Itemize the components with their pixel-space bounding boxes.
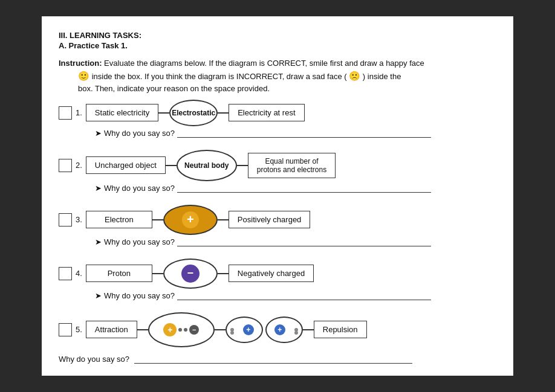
task1-oval: Electrostatic (169, 100, 218, 126)
connector (137, 329, 148, 330)
task2-oval: Neutral body (177, 150, 237, 181)
task4-oval: − (163, 259, 218, 289)
task1-box1: Static electricity (86, 104, 158, 121)
arrow-3: ➤ (95, 237, 102, 246)
task1-oval-label: Electrostatic (172, 109, 215, 117)
task5-box1: Attraction (86, 321, 137, 338)
diagram-1: Static electricity Electrostatic Electri… (86, 100, 496, 126)
task5-minus-icon: − (189, 325, 199, 335)
task3-plus-icon: + (182, 211, 199, 228)
task5-rep-oval-left: + (226, 316, 263, 343)
connector (303, 329, 314, 330)
instruction-text2: inside the box. If you think the diagram… (92, 72, 347, 81)
connector (218, 219, 229, 220)
task5-plus-icon: + (163, 323, 177, 336)
rep-plus-left: + (243, 324, 254, 335)
section-title-line2: A. Practice Task 1. (59, 41, 496, 50)
why-row-2: ➤ Why do you say so? (95, 184, 496, 193)
why-label-5: Why do you say so? (59, 355, 129, 364)
arrow-4: ➤ (95, 291, 102, 300)
why-row-1: ➤ Why do you say so? (95, 129, 496, 138)
task5-dot2 (184, 328, 187, 332)
task-number-2: 2. (76, 161, 82, 170)
connector (218, 273, 229, 274)
why-row-4: ➤ Why do you say so? (95, 291, 496, 300)
task-row-3: 3. Electron + Positively charged (59, 205, 496, 235)
task5-attraction-oval: + − (148, 312, 215, 347)
task5-dot1 (178, 328, 182, 332)
checkbox-3[interactable] (59, 213, 72, 227)
task5-rep-oval-right: + (265, 316, 303, 343)
why-row-3: ➤ Why do you say so? (95, 237, 496, 246)
task-number-3: 3. (76, 215, 82, 224)
task2-box1: Uncharged object (86, 156, 166, 174)
task2-oval-label: Neutral body (184, 161, 229, 170)
task1-box2: Electricity at rest (229, 104, 304, 121)
diagram-3: Electron + Positively charged (86, 205, 496, 235)
task-number-5: 5. (76, 325, 82, 334)
task-number-4: 4. (76, 269, 82, 278)
task3-oval: + (163, 205, 218, 235)
diagram-2: Uncharged object Neutral body Equal numb… (86, 150, 496, 181)
main-page: III. LEARNING TASKS: A. Practice Task 1.… (42, 16, 513, 376)
instruction-text1: Evaluate the diagrams below. If the diag… (102, 59, 424, 68)
why-line-1 (177, 137, 431, 138)
connector (158, 112, 169, 114)
why-label-2: Why do you say so? (104, 184, 175, 193)
task4-box2: Negatively charged (229, 265, 314, 282)
diagram-4: Proton − Negatively charged (86, 259, 496, 289)
connector (237, 165, 248, 166)
checkbox-4[interactable] (59, 267, 72, 280)
why-line-3 (177, 246, 431, 246)
why-row-5: Why do you say so? (59, 355, 496, 364)
why-line-2 (177, 192, 431, 193)
instruction-block: Instruction: Evaluate the diagrams below… (59, 57, 496, 95)
instruction-text4: box. Then, indicate your reason on the s… (59, 83, 496, 95)
why-label-3: Why do you say so? (104, 237, 175, 246)
checkbox-1[interactable] (59, 106, 72, 120)
instruction-text3: ) inside the (363, 72, 401, 81)
task-row-4: 4. Proton − Negatively charged (59, 259, 496, 289)
task-row-2: 2. Uncharged object Neutral body Equal n… (59, 150, 496, 181)
rep-plus-right: + (274, 324, 285, 335)
why-line-4 (177, 300, 431, 300)
task-row-1: 1. Static electricity Electrostatic Elec… (59, 100, 496, 126)
task5-repulsion-group: + + (226, 316, 303, 343)
arrow-2: ➤ (95, 184, 102, 193)
task3-box2: Positively charged (229, 211, 311, 228)
rep-dot-b (230, 331, 234, 335)
connector (152, 273, 163, 274)
instruction-label: Instruction: (59, 59, 102, 68)
section-title-line1: III. LEARNING TASKS: (59, 31, 496, 40)
diagram-5: Attraction + − + + (86, 312, 496, 347)
task5-box2: Repulsion (314, 321, 367, 338)
connector (152, 219, 163, 220)
task3-box1: Electron (86, 211, 152, 228)
connector (215, 329, 226, 330)
task2-box2: Equal number ofprotons and electrons (248, 153, 336, 178)
task-number-1: 1. (76, 108, 82, 117)
connector (218, 112, 229, 114)
arrow-1: ➤ (95, 129, 102, 138)
why-line-5 (134, 363, 412, 364)
why-label-4: Why do you say so? (104, 291, 175, 300)
task4-box1: Proton (86, 265, 152, 282)
why-label-1: Why do you say so? (104, 129, 175, 138)
connector (166, 165, 177, 166)
task-row-5: 5. Attraction + − + (59, 312, 496, 347)
rep-dot-d (294, 331, 298, 335)
checkbox-2[interactable] (59, 159, 72, 172)
task4-minus-icon: − (181, 265, 200, 283)
checkbox-5[interactable] (59, 323, 72, 336)
